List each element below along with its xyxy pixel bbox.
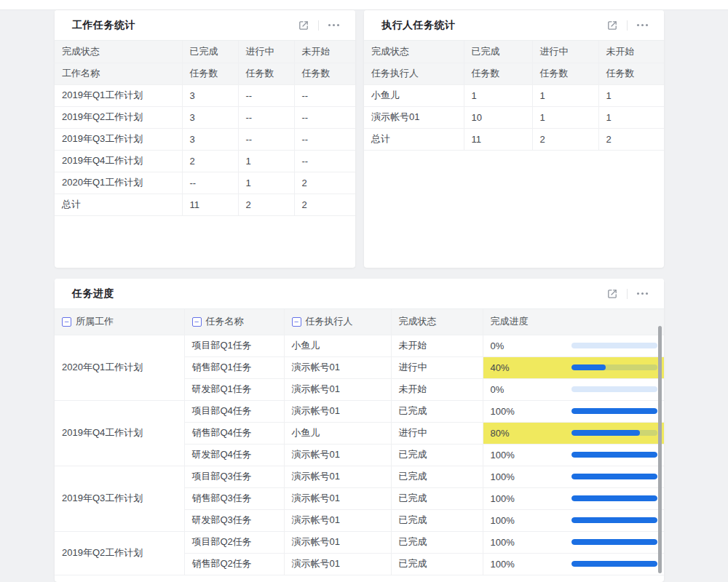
table-row: 2019年Q3工作计划项目部Q3任务演示帐号01已完成100%	[55, 466, 664, 487]
pivot-corner-cell: 工作名称	[55, 63, 182, 84]
pivot-header-row: 完成状态已完成进行中未开始	[55, 41, 355, 63]
pivot-corner-cell: 任务执行人	[364, 63, 464, 84]
pivot-value-cell: --	[238, 106, 294, 128]
more-icon[interactable]	[325, 17, 342, 34]
executor-cell: 小鱼儿	[284, 422, 391, 444]
progress-percent-label: 100%	[491, 471, 515, 482]
widget-work-task-stats: 工作任务统计 完成状态已完成进行中未开始工作名称任务数任务数任务数2019年Q1…	[55, 10, 355, 268]
status-cell: 未开始	[391, 335, 483, 356]
progress-bar-track	[571, 364, 657, 370]
task-name-cell: 项目部Q2任务	[184, 531, 284, 553]
progress-bar-track	[571, 452, 657, 458]
task-name-cell: 销售部Q1任务	[184, 356, 284, 378]
executor-cell: 演示帐号01	[284, 356, 391, 378]
progress-cell: 0%	[483, 335, 664, 356]
pivot-value-cell: 2	[294, 172, 355, 194]
progress-cell: 100%	[483, 553, 664, 575]
progress-header-row: −所属工作−任务名称−任务执行人完成状态完成进度	[55, 309, 664, 335]
pivot-value-cell: 2	[294, 194, 355, 215]
task-name-cell: 研发部Q3任务	[184, 509, 284, 531]
pivot-header-cell: 进行中	[532, 41, 598, 63]
progress-percent-label: 40%	[491, 362, 510, 373]
status-cell: 已完成	[391, 444, 483, 466]
progress-cell: 100%	[483, 531, 664, 553]
progress-bar-track	[571, 561, 657, 567]
table-row: 总计1122	[55, 194, 355, 215]
work-group-cell: 2019年Q2工作计划	[55, 531, 184, 575]
collapse-icon[interactable]: −	[292, 317, 301, 327]
progress-bar-track	[571, 474, 657, 479]
pivot-row-label: 2019年Q3工作计划	[55, 128, 182, 150]
pivot-value-cell: --	[294, 150, 355, 172]
pivot-value-cell: 2	[238, 194, 294, 215]
progress-bar-fill	[571, 561, 657, 567]
table-row: 2020年Q1工作计划项目部Q1任务小鱼儿未开始0%	[55, 335, 664, 356]
vertical-scrollbar-thumb[interactable]	[658, 326, 662, 573]
column-header-content: −所属工作	[62, 315, 178, 328]
pivot-header-cell: 未开始	[598, 41, 664, 63]
pivot-value-cell: 2	[598, 128, 664, 150]
pivot-row-label: 演示帐号01	[364, 106, 464, 128]
progress-cell: 0%	[483, 378, 664, 400]
table-row: 演示帐号011011	[364, 106, 664, 128]
pivot-value-cell: 2	[532, 128, 598, 150]
more-icon[interactable]	[633, 17, 651, 34]
progress-bar-fill	[571, 364, 606, 370]
pivot-row-label: 小鱼儿	[364, 84, 464, 106]
status-cell: 已完成	[391, 531, 483, 553]
pivot-value-cell: 10	[464, 106, 532, 128]
pivot-value-cell: --	[182, 172, 238, 194]
widget-task-progress: 任务进度 −所属工作−任务名称−任务执行人完成状态完成进度2020年Q1工作计划…	[55, 279, 664, 582]
column-header: −所属工作	[55, 309, 184, 335]
collapse-icon[interactable]: −	[62, 317, 71, 327]
collapse-icon[interactable]: −	[192, 317, 202, 327]
progress-bar-track	[571, 539, 657, 545]
progress-percent-label: 100%	[491, 537, 515, 548]
pivot-row-label: 2019年Q1工作计划	[55, 84, 182, 106]
progress-bar-track	[571, 343, 657, 348]
executor-cell: 演示帐号01	[284, 400, 391, 422]
pivot-value-cell: 1	[464, 84, 532, 106]
task-name-cell: 销售部Q2任务	[184, 553, 284, 575]
pivot-value-cell: 3	[182, 106, 238, 128]
pivot-header-cell: 任务数	[238, 63, 294, 84]
expand-icon[interactable]	[604, 285, 621, 303]
pivot-value-cell: 2	[182, 150, 238, 172]
widget-header: 任务进度	[55, 279, 664, 309]
pivot-header-cell: 任务数	[182, 63, 238, 84]
executor-cell: 演示帐号01	[284, 378, 391, 400]
pivot-corner-cell: 完成状态	[364, 41, 464, 63]
widget-title: 执行人任务统计	[381, 19, 456, 32]
expand-icon[interactable]	[295, 17, 312, 34]
progress-cell: 40%	[483, 356, 664, 378]
task-progress-table: −所属工作−任务名称−任务执行人完成状态完成进度2020年Q1工作计划项目部Q1…	[55, 309, 664, 575]
pivot-header-cell: 任务数	[464, 63, 532, 84]
column-header-content: −任务名称	[192, 315, 278, 328]
column-header-label: 任务执行人	[306, 315, 353, 328]
progress-cell: 100%	[483, 487, 664, 509]
pivot-value-cell: --	[294, 106, 355, 128]
progress-percent-label: 80%	[491, 428, 510, 439]
expand-icon[interactable]	[604, 17, 621, 34]
executor-cell: 演示帐号01	[284, 531, 391, 553]
progress-percent-label: 0%	[491, 340, 505, 351]
executor-stats-table: 完成状态已完成进行中未开始任务执行人任务数任务数任务数小鱼儿111演示帐号011…	[364, 41, 664, 151]
column-header-label: 完成进度	[491, 315, 529, 328]
pivot-row-label: 2019年Q4工作计划	[55, 150, 182, 172]
progress-bar-fill	[571, 430, 640, 436]
column-header-content: −任务执行人	[292, 315, 385, 328]
pivot-header-cell: 任务数	[532, 63, 598, 84]
executor-cell: 演示帐号01	[284, 553, 391, 575]
column-header-content: 完成进度	[491, 315, 659, 328]
progress-cell: 100%	[483, 466, 664, 487]
more-icon[interactable]	[633, 285, 651, 303]
progress-bar-track	[571, 495, 657, 501]
widget-header: 执行人任务统计	[364, 10, 664, 41]
pivot-row-label: 总计	[364, 128, 464, 150]
column-header: −任务执行人	[284, 309, 391, 335]
widget-executor-task-stats: 执行人任务统计 完成状态已完成进行中未开始任务执行人任务数任务数任务数小鱼儿11…	[364, 10, 664, 268]
pivot-value-cell: --	[238, 84, 294, 106]
table-row: 总计1122	[364, 128, 664, 150]
table-row: 2020年Q1工作计划--12	[55, 172, 355, 194]
status-cell: 已完成	[391, 487, 483, 509]
